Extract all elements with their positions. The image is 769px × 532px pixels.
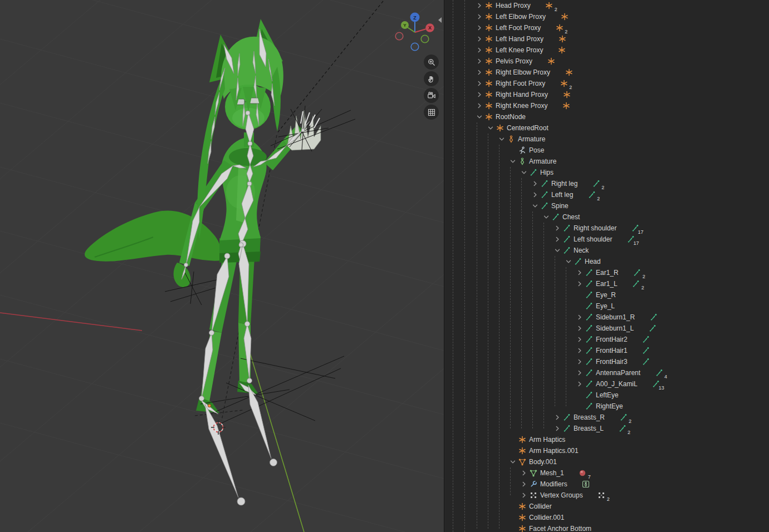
collapse-arrow-icon[interactable] <box>541 213 551 221</box>
outliner-row-righteye[interactable]: RightEye <box>444 401 769 412</box>
expand-arrow-icon[interactable] <box>552 235 562 243</box>
viewport-3d[interactable]: Z X Y <box>0 0 444 532</box>
expand-arrow-icon[interactable] <box>575 313 585 321</box>
outliner-row-pose[interactable]: Pose <box>444 145 769 156</box>
expand-arrow-icon[interactable] <box>530 191 540 199</box>
outliner-row-head[interactable]: Head <box>444 256 769 267</box>
collapse-arrow-icon[interactable] <box>530 202 540 210</box>
empty-icon[interactable]: 2 <box>555 24 564 32</box>
outliner-row-arm-haptics-001[interactable]: Arm Haptics.001 <box>444 445 769 456</box>
expand-arrow-icon[interactable] <box>530 180 540 188</box>
bone-icon[interactable] <box>642 347 650 355</box>
expand-arrow-icon[interactable] <box>474 35 484 43</box>
camera-view-button[interactable] <box>424 88 439 103</box>
outliner-row-collider[interactable]: Collider <box>444 501 769 512</box>
expand-arrow-icon[interactable] <box>474 102 484 110</box>
outliner-row-fronthair1[interactable]: FrontHair1 <box>444 345 769 356</box>
bone-icon[interactable]: 17 <box>631 224 639 233</box>
outliner-row-spine[interactable]: Spine <box>444 200 769 211</box>
expand-arrow-icon[interactable] <box>575 336 585 343</box>
expand-arrow-icon[interactable] <box>474 13 484 21</box>
collapse-arrow-icon[interactable] <box>508 157 518 165</box>
bone-icon[interactable]: 13 <box>652 380 660 388</box>
outliner-row-antennaparent[interactable]: AntennaParent4 <box>444 367 769 378</box>
outliner-row-eye-l[interactable]: Eye_L <box>444 301 769 312</box>
expand-arrow-icon[interactable] <box>552 425 562 432</box>
outliner-row-arm-haptics[interactable]: Arm Haptics <box>444 434 769 445</box>
outliner-row-fronthair2[interactable]: FrontHair2 <box>444 334 769 345</box>
empty-icon[interactable] <box>557 46 566 55</box>
bone-icon[interactable]: 2 <box>633 269 641 277</box>
outliner-row-sideburn1-l[interactable]: Sideburn1_L <box>444 323 769 334</box>
bone-icon[interactable]: 2 <box>632 280 640 288</box>
bone-icon[interactable] <box>642 336 650 344</box>
outliner-row-left-leg[interactable]: Left leg2 <box>444 189 769 200</box>
outliner-row-body-001[interactable]: Body.001 <box>444 456 769 467</box>
collapse-arrow-icon[interactable] <box>508 458 518 466</box>
outliner-row-ear1-l[interactable]: Ear1_L2 <box>444 278 769 289</box>
outliner-row-neck[interactable]: Neck <box>444 245 769 256</box>
outliner-row-lefteye[interactable]: LeftEye <box>444 390 769 401</box>
gizmo-y-neg-axis[interactable] <box>421 35 429 43</box>
bone-icon[interactable]: 4 <box>655 369 663 377</box>
outliner-row-ear1-r[interactable]: Ear1_R2 <box>444 267 769 278</box>
outliner-row-breasts-r[interactable]: Breasts_R2 <box>444 412 769 423</box>
expand-arrow-icon[interactable] <box>474 80 484 87</box>
expand-arrow-icon[interactable] <box>552 413 562 421</box>
collapse-arrow-icon[interactable] <box>519 169 529 176</box>
region-toggle-icon[interactable] <box>437 16 443 24</box>
outliner-row-fronthair3[interactable]: FrontHair3 <box>444 356 769 367</box>
pan-button[interactable] <box>424 71 439 86</box>
gizmo-x-neg-axis[interactable] <box>395 32 403 40</box>
collapse-arrow-icon[interactable] <box>474 113 484 121</box>
material-icon[interactable]: 7 <box>579 469 587 477</box>
outliner-row-left-foot-proxy[interactable]: Left Foot Proxy2 <box>444 22 769 33</box>
outliner-row-chest[interactable]: Chest <box>444 211 769 223</box>
outliner-row-left-hand-proxy[interactable]: Left Hand Proxy <box>444 33 769 45</box>
outliner-row-eye-r[interactable]: Eye_R <box>444 289 769 301</box>
outliner-row-rootnode[interactable]: RootNode <box>444 111 769 122</box>
outliner-row-vertex-groups[interactable]: Vertex Groups2 <box>444 490 769 501</box>
outliner-row-a00-j-kamil[interactable]: A00_J_KamiL13 <box>444 378 769 390</box>
outliner-row-right-hand-proxy[interactable]: Right Hand Proxy <box>444 89 769 100</box>
outliner-row-sideburn1-r[interactable]: Sideburn1_R <box>444 312 769 323</box>
empty-icon[interactable] <box>547 57 555 66</box>
nav-gizmo[interactable]: Z X Y <box>394 11 437 53</box>
outliner-row-modifiers[interactable]: Modifiers <box>444 479 769 490</box>
empty-icon[interactable] <box>562 102 570 110</box>
expand-arrow-icon[interactable] <box>519 491 529 499</box>
scene-canvas[interactable] <box>0 0 444 532</box>
empty-icon[interactable] <box>562 91 571 99</box>
expand-arrow-icon[interactable] <box>474 57 484 65</box>
expand-arrow-icon[interactable] <box>575 358 585 366</box>
outliner-row-right-knee-proxy[interactable]: Right Knee Proxy <box>444 100 769 111</box>
bone-icon[interactable] <box>648 324 657 333</box>
outliner-row-armature[interactable]: Armature <box>444 134 769 145</box>
expand-arrow-icon[interactable] <box>575 380 585 388</box>
expand-arrow-icon[interactable] <box>474 46 484 54</box>
expand-arrow-icon[interactable] <box>519 469 529 477</box>
expand-arrow-icon[interactable] <box>575 269 585 277</box>
bone-icon[interactable]: 2 <box>592 180 600 188</box>
outliner-row-head-proxy[interactable]: Head Proxy2 <box>444 0 769 11</box>
outliner-row-pelvis-proxy[interactable]: Pelvis Proxy <box>444 56 769 67</box>
outliner-row-right-foot-proxy[interactable]: Right Foot Proxy2 <box>444 78 769 89</box>
expand-arrow-icon[interactable] <box>474 2 484 9</box>
zoom-button[interactable] <box>424 55 439 70</box>
bone-icon[interactable] <box>642 358 650 366</box>
bone-icon[interactable] <box>649 313 658 322</box>
armature-modifier-icon[interactable] <box>582 480 590 489</box>
empty-icon[interactable] <box>565 68 573 77</box>
outliner-row-facet-anchor-bottom[interactable]: Facet Anchor Bottom <box>444 523 769 532</box>
outliner-row-right-elbow-proxy[interactable]: Right Elbow Proxy <box>444 67 769 78</box>
empty-icon[interactable]: 2 <box>560 80 568 88</box>
outliner-row-centeredroot[interactable]: CenteredRoot <box>444 122 769 134</box>
outliner-row-breasts-l[interactable]: Breasts_L2 <box>444 423 769 434</box>
collapse-arrow-icon[interactable] <box>486 124 496 132</box>
expand-arrow-icon[interactable] <box>552 224 562 232</box>
ortho-toggle-button[interactable] <box>424 105 439 120</box>
gizmo-z-neg-axis[interactable] <box>411 43 419 51</box>
outliner-row-right-shoulder[interactable]: Right shoulder17 <box>444 223 769 234</box>
empty-icon[interactable] <box>560 13 569 21</box>
outliner-row-mesh-1[interactable]: Mesh_17 <box>444 467 769 479</box>
